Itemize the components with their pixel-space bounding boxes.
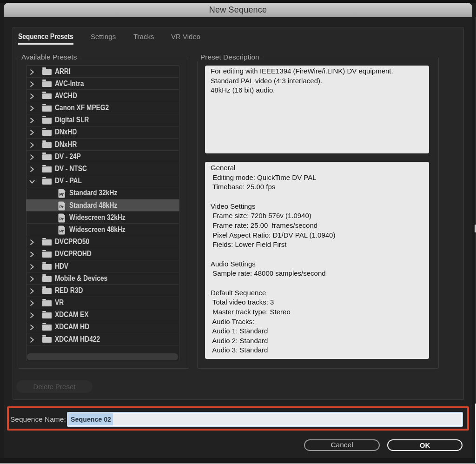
svg-text:Pr: Pr bbox=[60, 228, 64, 233]
svg-text:Pr: Pr bbox=[60, 216, 64, 221]
svg-text:Pr: Pr bbox=[60, 192, 64, 197]
svg-text:Pr: Pr bbox=[60, 204, 64, 209]
